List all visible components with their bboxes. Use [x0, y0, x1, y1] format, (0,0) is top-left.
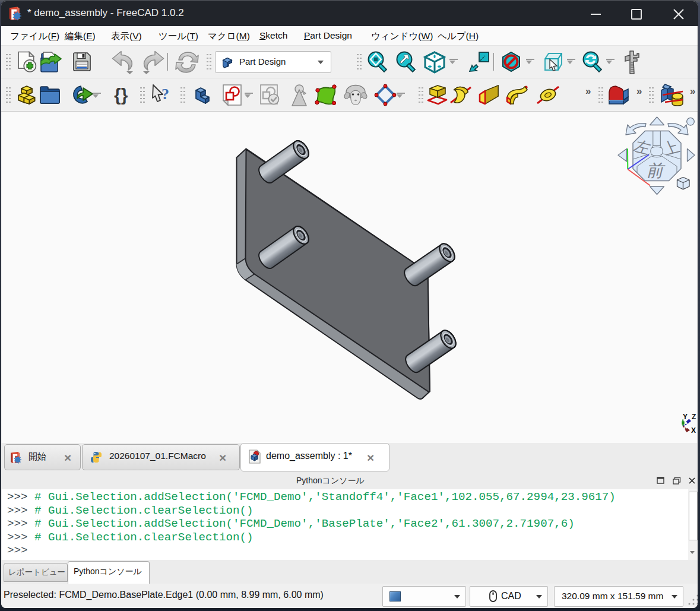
svg-text:Y: Y [683, 413, 688, 421]
svg-text:X: X [691, 426, 696, 435]
svg-text:Z: Z [692, 413, 696, 421]
